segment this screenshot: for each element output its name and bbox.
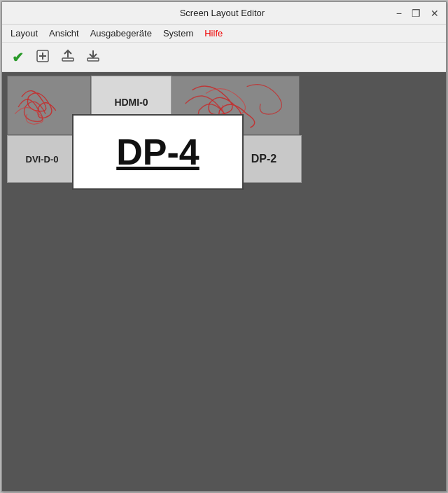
window-title: Screen Layout Editor bbox=[50, 8, 395, 18]
upload-icon bbox=[61, 49, 75, 65]
main-window: Screen Layout Editor − ❒ ✕ Layout Ansich… bbox=[1, 1, 447, 492]
menu-ansicht[interactable]: Ansicht bbox=[43, 27, 85, 40]
menu-hilfe[interactable]: Hilfe bbox=[199, 27, 228, 40]
monitor-dp4-label: DP-4 bbox=[116, 131, 199, 173]
download-icon bbox=[86, 49, 100, 65]
add-icon bbox=[36, 49, 50, 65]
minimize-button[interactable]: − bbox=[395, 8, 403, 18]
menu-ausgabegeraete[interactable]: Ausgabegeräte bbox=[85, 27, 158, 40]
titlebar-controls: − ❒ ✕ bbox=[395, 8, 440, 18]
add-button[interactable] bbox=[31, 46, 54, 69]
close-button[interactable]: ✕ bbox=[429, 8, 440, 18]
svg-rect-3 bbox=[62, 58, 74, 61]
apply-button[interactable]: ✔ bbox=[6, 46, 29, 69]
toolbar: ✔ bbox=[2, 43, 446, 72]
download-button[interactable] bbox=[82, 46, 104, 69]
monitor-dp4[interactable]: DP-4 bbox=[72, 114, 244, 190]
upload-button[interactable] bbox=[57, 46, 79, 69]
titlebar: Screen Layout Editor − ❒ ✕ bbox=[2, 2, 446, 25]
monitor-hdmi0-label: HDMI-0 bbox=[114, 97, 148, 108]
monitor-dvid0[interactable]: DVI-D-0 bbox=[7, 135, 77, 183]
canvas-area: HDMI-0 DVI-D-0 DP-4 DP-2 bbox=[2, 72, 446, 491]
check-icon: ✔ bbox=[12, 49, 24, 66]
menu-layout[interactable]: Layout bbox=[5, 27, 43, 40]
maximize-button[interactable]: ❒ bbox=[410, 8, 422, 18]
menu-system[interactable]: System bbox=[158, 27, 199, 40]
menubar: Layout Ansicht Ausgabegeräte System Hilf… bbox=[2, 25, 446, 43]
svg-rect-4 bbox=[88, 58, 99, 61]
monitor-dvid0-label: DVI-D-0 bbox=[26, 154, 59, 165]
monitor-dp2-label: DP-2 bbox=[251, 153, 276, 165]
